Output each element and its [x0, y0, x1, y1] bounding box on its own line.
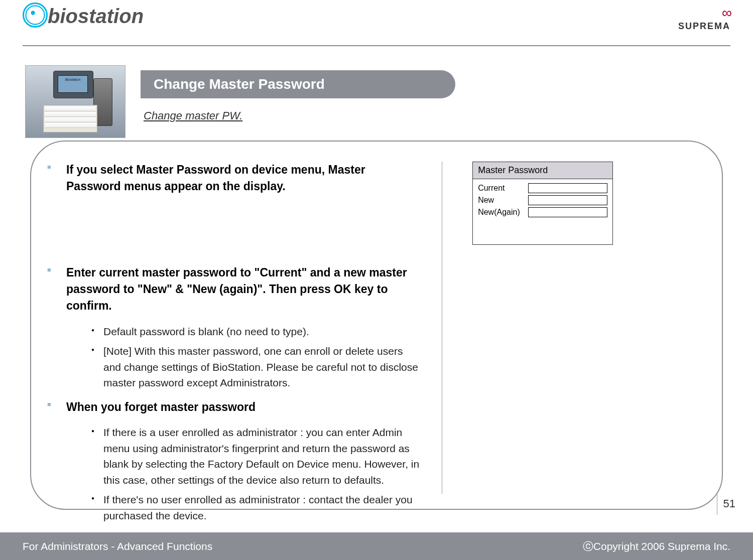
row-new-again: New(Again)	[478, 207, 607, 217]
footer-left: For Administrators - Advanced Functions	[23, 540, 212, 552]
row-new: New	[478, 195, 607, 205]
device-body-icon: Biostation	[53, 71, 93, 98]
infinity-icon: ∞	[678, 5, 730, 21]
panel-body: Current New New(Again)	[473, 179, 612, 244]
title-block: Biostation Change Master Password Change…	[25, 65, 455, 138]
row-current: Current	[478, 183, 607, 193]
field-new	[528, 195, 607, 205]
logo-right-text: SUPREMA	[678, 21, 730, 32]
bullet-2-sub-2: [Note] With this master password, one ca…	[91, 343, 422, 391]
logo-biostation: biostation	[23, 5, 144, 28]
master-password-panel: Master Password Current New New(Again)	[472, 162, 613, 245]
left-column: If you select Master Password on device …	[66, 162, 442, 494]
right-column: Master Password Current New New(Again)	[442, 162, 702, 494]
device-screen: Biostation	[58, 75, 88, 93]
bullet-3-sub-2: If there's no user enrolled as administr…	[91, 492, 422, 523]
content-box: If you select Master Password on device …	[30, 141, 723, 510]
label-new: New	[478, 196, 528, 205]
bullet-3-sub-1: If there is a user enrolled as administr…	[91, 425, 422, 488]
field-current	[528, 183, 607, 193]
swirl-icon	[23, 3, 48, 28]
header-divider	[23, 45, 730, 46]
footer-right: ⓒCopyright 2006 Suprema Inc.	[583, 539, 730, 553]
field-new-again	[528, 207, 607, 217]
footer: For Administrators - Advanced Functions …	[0, 532, 753, 560]
page-subtitle: Change master PW.	[141, 109, 455, 122]
bullet-3: When you forget master password	[66, 399, 422, 415]
page-title: Change Master Password	[141, 70, 455, 98]
device-menu-illustration	[43, 105, 97, 132]
bullet-1: If you select Master Password on device …	[66, 162, 422, 195]
page-header: biostation ∞ SUPREMA	[0, 0, 753, 45]
bullet-2-sub-1: Default password is blank (no need to ty…	[91, 324, 422, 340]
page-number: 51	[717, 493, 735, 515]
label-new-again: New(Again)	[478, 208, 528, 217]
logo-suprema: ∞ SUPREMA	[678, 5, 730, 32]
bullet-3-sublist: If there is a user enrolled as administr…	[91, 425, 422, 523]
title-container: Change Master Password Change master PW.	[141, 70, 455, 122]
bullet-2: Enter current master password to "Curren…	[66, 264, 422, 315]
label-current: Current	[478, 184, 528, 193]
logo-left-text: biostation	[48, 5, 144, 27]
bullet-2-sublist: Default password is blank (no need to ty…	[91, 324, 422, 391]
device-thumbnail: Biostation	[25, 65, 126, 138]
panel-header: Master Password	[473, 162, 612, 179]
